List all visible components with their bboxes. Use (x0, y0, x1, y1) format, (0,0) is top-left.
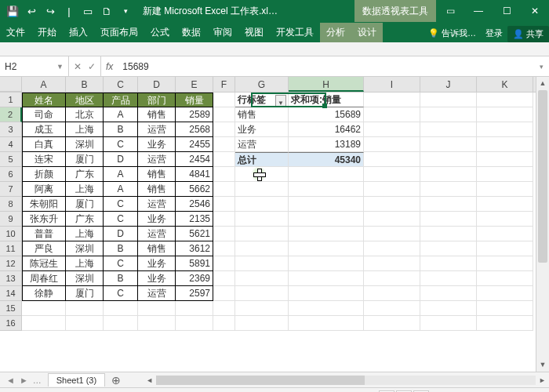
cell[interactable] (477, 107, 533, 122)
cell[interactable]: 销售 (138, 241, 176, 256)
cell[interactable] (213, 241, 235, 256)
cell[interactable]: 行标签 (235, 93, 289, 107)
cell[interactable]: 上海 (66, 227, 104, 241)
cell[interactable] (66, 316, 104, 331)
cell[interactable] (420, 93, 477, 107)
cell[interactable] (289, 301, 364, 316)
close-icon[interactable]: ✕ (521, 0, 549, 22)
minimize-icon[interactable]: ― (464, 0, 493, 22)
cell[interactable]: 司命 (22, 107, 66, 122)
cell[interactable]: A (104, 182, 138, 197)
cell[interactable]: 运营 (138, 197, 176, 212)
row-header-3[interactable]: 3 (0, 122, 22, 137)
cell[interactable]: 2369 (176, 271, 213, 286)
cell[interactable] (420, 212, 477, 227)
cell[interactable]: 周春红 (22, 271, 66, 286)
scroll-up-icon[interactable]: ▲ (536, 77, 549, 90)
cell[interactable] (420, 107, 477, 122)
cell[interactable] (213, 137, 235, 152)
col-header-I[interactable]: I (364, 77, 420, 92)
cell[interactable]: 普普 (22, 227, 66, 241)
col-header-H[interactable]: H (289, 77, 364, 92)
enter-icon[interactable]: ✓ (88, 61, 96, 72)
row-header-11[interactable]: 11 (0, 241, 22, 256)
cell[interactable]: 折颜 (22, 167, 66, 182)
cell[interactable] (420, 241, 477, 256)
cell[interactable] (477, 197, 533, 212)
cell[interactable] (477, 137, 533, 152)
cell[interactable]: 业务 (138, 212, 176, 227)
cell[interactable] (364, 182, 420, 197)
cell[interactable]: B (104, 241, 138, 256)
cell[interactable]: 2589 (176, 107, 213, 122)
cell[interactable] (176, 316, 213, 331)
ribbon-collapsed-area[interactable] (0, 42, 549, 56)
cell[interactable]: 总计 (235, 152, 289, 167)
cell[interactable] (289, 212, 364, 227)
cell[interactable] (289, 227, 364, 241)
cell[interactable] (235, 286, 289, 301)
cell[interactable]: 销售 (138, 167, 176, 182)
cell[interactable]: 5662 (176, 182, 213, 197)
cell[interactable] (420, 227, 477, 241)
cell[interactable] (235, 227, 289, 241)
cell[interactable]: 运营 (138, 227, 176, 241)
formula-expand-icon[interactable]: ▾ (533, 63, 549, 71)
maximize-icon[interactable]: ☐ (493, 0, 521, 22)
cell[interactable] (364, 167, 420, 182)
cell[interactable]: 连宋 (22, 152, 66, 167)
cell[interactable]: 上海 (66, 122, 104, 137)
cell[interactable] (235, 271, 289, 286)
cell[interactable]: C (104, 137, 138, 152)
cell[interactable] (138, 301, 176, 316)
row-header-4[interactable]: 4 (0, 137, 22, 152)
cell[interactable]: 销售 (235, 107, 289, 122)
sheet-next-icon[interactable]: ► (20, 376, 28, 385)
row-header-8[interactable]: 8 (0, 197, 22, 212)
col-header-C[interactable]: C (104, 77, 138, 92)
cell[interactable] (477, 122, 533, 137)
cell[interactable] (104, 301, 138, 316)
col-header-B[interactable]: B (66, 77, 104, 92)
cell[interactable]: 2546 (176, 197, 213, 212)
fx-icon[interactable]: fx (101, 61, 118, 72)
cell[interactable]: 产品 (104, 93, 138, 107)
cell[interactable] (420, 167, 477, 182)
cell[interactable] (22, 301, 66, 316)
cell[interactable] (235, 167, 289, 182)
row-header-1[interactable]: 1 (0, 93, 22, 107)
cell[interactable] (420, 301, 477, 316)
cell[interactable]: 广东 (66, 212, 104, 227)
cell[interactable]: C (104, 212, 138, 227)
cell[interactable] (477, 167, 533, 182)
row-header-7[interactable]: 7 (0, 182, 22, 197)
row-header-13[interactable]: 13 (0, 271, 22, 286)
cell[interactable] (477, 152, 533, 167)
cell[interactable]: 运营 (235, 137, 289, 152)
cell[interactable]: 上海 (66, 182, 104, 197)
cell[interactable] (213, 107, 235, 122)
scroll-left-icon[interactable]: ◄ (143, 376, 156, 384)
cell[interactable]: 4841 (176, 167, 213, 182)
cell[interactable]: 徐静 (22, 286, 66, 301)
sheet-nav[interactable]: ◄►… (0, 376, 48, 385)
print-preview-icon[interactable]: 🗋 (99, 3, 115, 19)
cell[interactable]: 深圳 (66, 137, 104, 152)
cell[interactable] (213, 286, 235, 301)
cell[interactable] (420, 197, 477, 212)
cell[interactable] (477, 241, 533, 256)
cell[interactable]: C (104, 256, 138, 271)
cell[interactable] (477, 286, 533, 301)
tab-data[interactable]: 数据 (176, 23, 207, 42)
cell[interactable] (364, 301, 420, 316)
add-sheet-icon[interactable]: ⊕ (105, 374, 127, 387)
share-button[interactable]: 👤共享 (507, 26, 549, 42)
row-header-2[interactable]: 2 (0, 107, 22, 122)
cell[interactable] (213, 182, 235, 197)
cell[interactable]: 陈冠生 (22, 256, 66, 271)
hscroll-thumb[interactable] (156, 376, 365, 385)
cell[interactable]: 运营 (138, 152, 176, 167)
cell[interactable]: D (104, 152, 138, 167)
cell[interactable] (235, 197, 289, 212)
cell[interactable]: 姓名 (22, 93, 66, 107)
